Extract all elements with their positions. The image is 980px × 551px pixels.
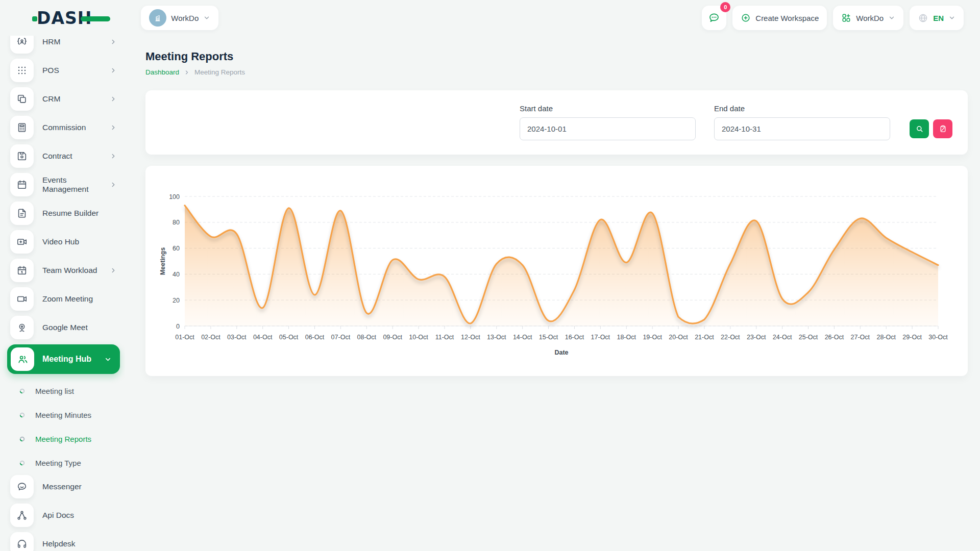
- building-icon: [153, 13, 162, 22]
- sidebar-item-google-meet[interactable]: Google Meet: [0, 316, 125, 339]
- users-icon: [11, 347, 34, 371]
- x-tick-label: 29-Oct: [902, 334, 922, 341]
- sidebar-item-label: Resume Builder: [42, 209, 117, 218]
- y-tick-label: 40: [173, 271, 180, 278]
- x-tick-label: 28-Oct: [876, 334, 896, 341]
- meetings-chart-card: 02040608010001-Oct02-Oct03-Oct04-Oct05-O…: [145, 166, 968, 376]
- workdo-menu-label: WorkDo: [856, 14, 884, 22]
- plus-circle-icon: [741, 13, 751, 23]
- language-selector[interactable]: EN: [910, 6, 964, 30]
- create-workspace-button[interactable]: Create Workspace: [732, 6, 827, 30]
- sidebar-item-label: Video Hub: [42, 237, 117, 246]
- sidebar-item-label: Meeting Hub: [42, 355, 96, 364]
- sidebar-item-video-hub[interactable]: Video Hub: [0, 230, 125, 254]
- x-tick-label: 07-Oct: [331, 334, 351, 341]
- sidebar-subitem-label: Meeting Type: [35, 459, 81, 467]
- x-tick-label: 01-Oct: [175, 334, 194, 341]
- sidebar-item-label: Zoom Meeting: [42, 294, 117, 304]
- page-title: Meeting Reports: [145, 50, 968, 63]
- chevron-right-icon: [110, 267, 117, 274]
- filter-buttons: [910, 119, 952, 138]
- chevron-right-icon: [110, 181, 117, 188]
- chevron-right-icon: [110, 67, 117, 74]
- x-tick-label: 18-Oct: [617, 334, 636, 341]
- video-camera-icon: [10, 287, 34, 311]
- start-date-label: Start date: [520, 104, 696, 113]
- calculator-icon: [10, 116, 34, 139]
- workdo-menu-button[interactable]: WorkDo: [833, 6, 903, 30]
- crm-copy-icon: [10, 87, 34, 111]
- workspace-selector[interactable]: WorkDo: [141, 6, 218, 30]
- x-tick-label: 23-Oct: [747, 334, 766, 341]
- x-tick-label: 21-Oct: [695, 334, 714, 341]
- sidebar-subitem-meeting-type[interactable]: Meeting Type: [0, 451, 125, 475]
- end-date-field: End date: [714, 104, 890, 140]
- sidebar-item-resume-builder[interactable]: Resume Builder: [0, 202, 125, 225]
- breadcrumb-dashboard-link[interactable]: Dashboard: [145, 68, 179, 76]
- notifications-button[interactable]: 0: [702, 6, 726, 30]
- x-tick-label: 09-Oct: [383, 334, 402, 341]
- sidebar-item-pos[interactable]: POS: [0, 59, 125, 82]
- sidebar-item-crm[interactable]: CRM: [0, 87, 125, 111]
- sidebar-item-hrm[interactable]: HRM: [0, 36, 125, 54]
- bullet-icon: [19, 388, 25, 394]
- start-date-input[interactable]: [520, 117, 696, 140]
- x-tick-label: 25-Oct: [799, 334, 818, 341]
- x-tick-label: 06-Oct: [305, 334, 325, 341]
- workspace-avatar: [149, 9, 166, 27]
- create-workspace-label: Create Workspace: [755, 14, 819, 22]
- apply-filter-button[interactable]: [910, 119, 929, 138]
- calendar-icon: [10, 173, 34, 196]
- sidebar-item-api-docs[interactable]: Api Docs: [0, 504, 125, 527]
- reset-filter-button[interactable]: [933, 119, 952, 138]
- chevron-down-icon: [888, 14, 895, 21]
- x-tick-label: 08-Oct: [357, 334, 377, 341]
- sidebar-subitem-meeting-minutes[interactable]: Meeting Minutes: [0, 403, 125, 427]
- workspace-name: WorkDo: [171, 14, 199, 22]
- sidebar-item-team-workload[interactable]: Team Workload: [0, 259, 125, 282]
- main-content: Meeting Reports Dashboard Meeting Report…: [125, 36, 980, 551]
- sidebar-item-contract[interactable]: Contract: [0, 144, 125, 168]
- sidebar-item-label: HRM: [42, 37, 101, 46]
- contract-save-icon: [10, 144, 34, 168]
- meetings-area-chart: 02040608010001-Oct02-Oct03-Oct04-Oct05-O…: [158, 177, 955, 370]
- x-tick-label: 05-Oct: [279, 334, 299, 341]
- sidebar-item-meeting-hub[interactable]: Meeting Hub: [7, 344, 120, 374]
- x-tick-label: 15-Oct: [539, 334, 558, 341]
- sidebar-subitem-label: Meeting list: [35, 387, 74, 395]
- sidebar-subitem-meeting-list[interactable]: Meeting list: [0, 379, 125, 403]
- chevron-down-icon: [948, 14, 955, 21]
- reset-clipboard-icon: [939, 124, 947, 133]
- sidebar-subitem-meeting-reports[interactable]: Meeting Reports: [0, 427, 125, 451]
- y-tick-label: 80: [173, 219, 180, 226]
- sidebar-item-label: Events Management: [42, 176, 101, 194]
- sidebar-item-zoom-meeting[interactable]: Zoom Meeting: [0, 287, 125, 311]
- app-logo[interactable]: DASH: [33, 8, 92, 28]
- sidebar-item-events-management[interactable]: Events Management: [0, 173, 125, 196]
- end-date-label: End date: [714, 104, 890, 113]
- chevron-right-icon: [184, 69, 190, 76]
- nodes-icon: [10, 504, 34, 527]
- sidebar-subitem-label: Meeting Reports: [35, 435, 91, 443]
- breadcrumb: Dashboard Meeting Reports: [145, 68, 968, 76]
- end-date-input[interactable]: [714, 117, 890, 140]
- chat-bubble-icon: [708, 12, 720, 24]
- x-tick-label: 17-Oct: [591, 334, 610, 341]
- chevron-down-icon: [104, 356, 112, 363]
- chevron-down-icon: [203, 14, 210, 21]
- sidebar-item-commission[interactable]: Commission: [0, 116, 125, 139]
- x-tick-label: 16-Oct: [565, 334, 584, 341]
- x-tick-label: 22-Oct: [721, 334, 740, 341]
- x-axis-title: Date: [554, 349, 568, 356]
- search-icon: [915, 124, 924, 133]
- x-tick-label: 19-Oct: [643, 334, 662, 341]
- sidebar-item-label: POS: [42, 66, 101, 75]
- y-tick-label: 20: [173, 297, 180, 304]
- webcam-icon: [10, 316, 34, 339]
- sidebar-item-messenger[interactable]: Messenger: [0, 475, 125, 498]
- sidebar-item-label: Helpdesk: [42, 539, 117, 548]
- x-tick-label: 20-Oct: [669, 334, 688, 341]
- sidebar-item-helpdesk[interactable]: Helpdesk: [0, 532, 125, 551]
- messenger-chat-icon: [10, 475, 34, 498]
- topbar-actions: 0 Create Workspace WorkDo EN: [702, 6, 964, 30]
